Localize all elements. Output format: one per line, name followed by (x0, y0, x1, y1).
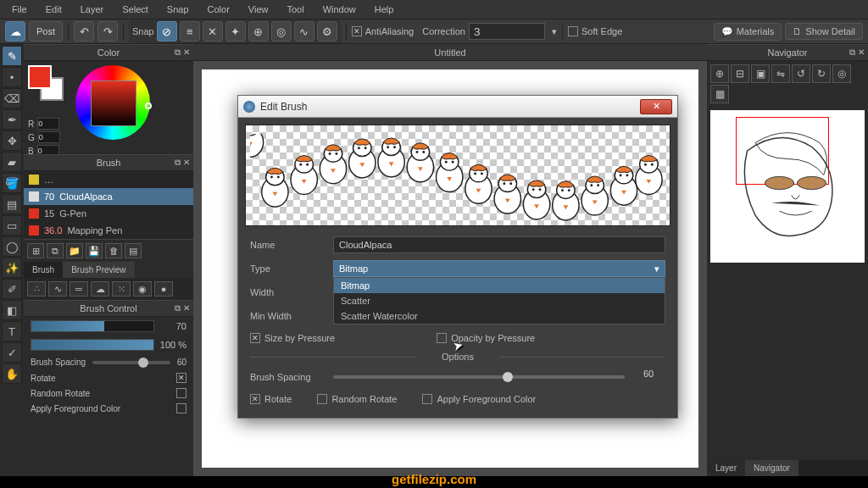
sizepressure-checkbox[interactable] (250, 333, 260, 343)
snap-curve-icon[interactable]: ∿ (294, 21, 314, 42)
snap-circle-icon[interactable]: ◎ (271, 21, 292, 42)
snap-off-icon[interactable]: ⊘ (157, 21, 177, 42)
brush-row[interactable]: … (24, 171, 193, 188)
dlg-rotate-checkbox[interactable] (250, 394, 260, 404)
menu-file[interactable]: File (3, 2, 36, 17)
pen-tool[interactable]: ✒ (2, 109, 22, 130)
opacpressure-checkbox[interactable] (437, 333, 447, 343)
zoomin-button[interactable]: ⊕ (710, 64, 729, 83)
grid-button[interactable]: ▦ (710, 85, 729, 103)
dlg-random-checkbox[interactable] (317, 394, 327, 404)
menu-select[interactable]: Select (114, 2, 157, 17)
close-icon[interactable]: ✕ (183, 158, 190, 168)
fill-tool[interactable]: ▰ (2, 152, 22, 172)
random-checkbox[interactable] (176, 388, 186, 398)
lasso-tool[interactable]: ◯ (2, 236, 22, 257)
add-brush-button[interactable]: ⊞ (27, 243, 44, 258)
detach-icon[interactable]: ⧉ (849, 47, 855, 58)
gradient-tool[interactable]: ▤ (2, 194, 22, 214)
rotate-checkbox[interactable] (176, 373, 186, 383)
flip-button[interactable]: ⇋ (771, 64, 790, 83)
menu-edit[interactable]: Edit (37, 2, 70, 17)
shape-wave[interactable]: ∿ (48, 281, 67, 297)
menu-snap[interactable]: Snap (159, 2, 198, 17)
spacing-slider[interactable] (92, 361, 170, 364)
snap-cross-icon[interactable]: ✕ (203, 21, 223, 42)
snap-parallel-icon[interactable]: ≡ (180, 21, 200, 42)
eraser-tool[interactable]: ⌫ (2, 88, 22, 108)
tab-brush-preview[interactable]: Brush Preview (63, 262, 134, 278)
shape-soft[interactable]: ● (154, 281, 173, 297)
reset-button[interactable]: ◎ (832, 64, 851, 83)
shape-cloud[interactable]: ☁ (91, 281, 109, 297)
bspacing-slider[interactable] (333, 375, 625, 379)
brush-tool[interactable]: ✎ (2, 46, 22, 66)
close-icon[interactable]: ✕ (858, 47, 865, 58)
dot-tool[interactable]: • (2, 67, 22, 87)
name-input[interactable] (333, 236, 665, 253)
post-button[interactable]: Post (29, 21, 63, 42)
hand-tool[interactable]: ✋ (2, 363, 22, 384)
snap-settings-icon[interactable]: ⚙ (317, 21, 337, 42)
selecterase-tool[interactable]: ◧ (2, 300, 22, 320)
more-brush-button[interactable]: ▤ (125, 243, 142, 258)
zoomout-button[interactable]: ⊟ (731, 64, 749, 83)
shape-line[interactable]: ═ (70, 281, 88, 297)
opacity-slider[interactable] (31, 339, 154, 351)
tab-brush[interactable]: Brush (24, 262, 63, 278)
fit-button[interactable]: ▣ (751, 64, 770, 83)
size-slider[interactable] (31, 320, 154, 332)
antialias-checkbox[interactable] (352, 26, 362, 36)
detach-icon[interactable]: ⧉ (175, 303, 181, 313)
dropdown-item[interactable]: Bitmap (334, 278, 665, 293)
r-input[interactable] (37, 118, 59, 130)
navigator-preview[interactable] (710, 110, 865, 263)
folder-brush-button[interactable]: 📁 (66, 243, 83, 258)
materials-button[interactable]: 💬 Materials (714, 23, 782, 41)
dropdown-item[interactable]: Scatter Watercolor (334, 308, 665, 324)
move-tool[interactable]: ✥ (2, 130, 22, 151)
dup-brush-button[interactable]: ⧉ (47, 243, 64, 258)
detach-icon[interactable]: ⧉ (175, 47, 181, 58)
g-input[interactable] (38, 131, 60, 143)
close-icon[interactable]: ✕ (183, 303, 190, 313)
redo-button[interactable]: ↷ (97, 21, 118, 42)
brush-row[interactable]: 15G-Pen (24, 205, 193, 222)
eyedrop-tool[interactable]: ✓ (2, 342, 22, 363)
dropdown-item[interactable]: Scatter (334, 293, 665, 308)
rotl-button[interactable]: ↺ (792, 64, 810, 83)
snap-vanish-icon[interactable]: ✦ (225, 21, 246, 42)
wand-tool[interactable]: ✨ (2, 258, 22, 278)
cloud-button[interactable]: ☁ (5, 21, 25, 42)
text-tool[interactable]: T (2, 321, 22, 341)
brush-row[interactable]: 70CloudAlpaca (24, 188, 193, 205)
brush-row[interactable]: 36.0Mapping Pen (24, 222, 193, 239)
detach-icon[interactable]: ⧉ (175, 158, 181, 168)
marquee-tool[interactable]: ▭ (2, 215, 22, 236)
del-brush-button[interactable]: 🗑 (105, 243, 122, 258)
color-wheel[interactable] (75, 65, 150, 140)
shape-swirl[interactable]: ◉ (133, 281, 152, 297)
menu-view[interactable]: View (240, 2, 277, 17)
bucket-tool[interactable]: 🪣 (2, 173, 22, 193)
softedge-checkbox[interactable] (568, 26, 578, 36)
save-brush-button[interactable]: 💾 (86, 243, 103, 258)
dialog-titlebar[interactable]: Edit Brush ✕ (238, 96, 677, 118)
selectpen-tool[interactable]: ✐ (2, 279, 22, 299)
fgcolor-checkbox[interactable] (176, 403, 186, 413)
close-icon[interactable]: ✕ (183, 47, 190, 58)
shape-scatter[interactable]: ⁙ (112, 281, 131, 297)
correction-input[interactable] (469, 23, 545, 40)
menu-layer[interactable]: Layer (72, 2, 113, 17)
menu-help[interactable]: Help (366, 2, 403, 17)
dlg-fgcolor-checkbox[interactable] (422, 394, 432, 404)
type-select[interactable]: Bitmap▾ (333, 260, 665, 277)
rotr-button[interactable]: ↻ (812, 64, 831, 83)
close-button[interactable]: ✕ (640, 99, 672, 114)
showdetail-button[interactable]: 🗋 Show Detail (785, 23, 863, 40)
fg-color-swatch[interactable] (28, 65, 52, 89)
canvas-tab[interactable]: Untitled (193, 44, 707, 61)
undo-button[interactable]: ↶ (74, 21, 94, 42)
shape-dots[interactable]: ∴ (27, 281, 46, 297)
menu-tool[interactable]: Tool (278, 2, 312, 17)
